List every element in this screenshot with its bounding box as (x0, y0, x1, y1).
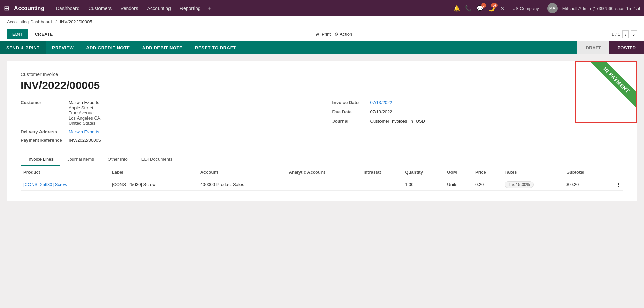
due-date-value: 07/13/2022 (370, 109, 393, 114)
tab-edi-documents[interactable]: EDI Documents (134, 153, 179, 166)
invoice-fields: Customer Marwin Exports Apple Street Tru… (21, 100, 623, 146)
phone-icon[interactable]: 📞 (465, 5, 472, 12)
delivery-address-row: Delivery Address Marwin Exports (21, 129, 312, 134)
moon-badge: 34 (491, 3, 497, 8)
left-fields: Customer Marwin Exports Apple Street Tru… (21, 100, 312, 146)
journal-label: Journal (332, 119, 370, 124)
row-taxes: Tax 15.00% (502, 178, 564, 191)
tax-badge: Tax 15.00% (505, 181, 534, 188)
pager-text: 1 / 1 (611, 32, 620, 37)
row-analytic-account (286, 178, 361, 191)
breadcrumb: Accounting Dashboard / INV/2022/00005 (0, 16, 644, 27)
nav-dashboard[interactable]: Dashboard (52, 4, 83, 12)
payment-reference-value: INV/2022/00005 (69, 138, 101, 143)
customer-name[interactable]: Marwin Exports (69, 100, 99, 105)
add-credit-note-button[interactable]: ADD CREDIT NOTE (80, 41, 136, 54)
address-line-2: True Avenue (69, 110, 101, 115)
add-debit-note-button[interactable]: ADD DEBIT NOTE (136, 41, 189, 54)
user-initials: MA (549, 6, 555, 11)
col-uom: UoM (444, 166, 472, 178)
pager-next[interactable]: › (631, 30, 637, 38)
main-content: IN PAYMENT Customer Invoice INV/2022/000… (0, 54, 644, 226)
breadcrumb-parent[interactable]: Accounting Dashboard (7, 19, 52, 24)
row-product[interactable]: [CONS_25630] Screw (21, 178, 109, 191)
delivery-address-value[interactable]: Marwin Exports (69, 129, 99, 134)
toolbar: EDIT CREATE 🖨 Print ⚙ Action 1 / 1 ‹ › (0, 27, 644, 41)
company-name: US Company (513, 6, 539, 11)
status-draft[interactable]: DRAFT (577, 41, 609, 54)
status-pills: DRAFT POSTED (577, 41, 644, 54)
col-menu-header (606, 166, 623, 178)
due-date-label: Due Date (332, 109, 370, 114)
action-bar: SEND & PRINT PREVIEW ADD CREDIT NOTE ADD… (0, 41, 644, 54)
nav-customers[interactable]: Customers (85, 4, 115, 12)
nav-accounting[interactable]: Accounting (144, 4, 174, 12)
invoice-card: IN PAYMENT Customer Invoice INV/2022/000… (7, 61, 637, 201)
send-print-button[interactable]: SEND & PRINT (0, 41, 46, 54)
address-line-3: Los Angeles CA (69, 115, 101, 121)
moon-icon[interactable]: 🌙34 (488, 5, 495, 12)
create-button[interactable]: CREATE (32, 29, 56, 39)
tab-invoice-lines[interactable]: Invoice Lines (21, 153, 60, 166)
invoice-date-value[interactable]: 07/13/2022 (370, 100, 393, 105)
close-icon[interactable]: ✕ (500, 5, 504, 12)
address-line-1: Apple Street (69, 105, 101, 110)
reset-to-draft-button[interactable]: RESET TO DRAFT (189, 41, 242, 54)
status-posted[interactable]: POSTED (609, 41, 644, 54)
pager-prev[interactable]: ‹ (622, 30, 629, 38)
table-header-row: Product Label Account Analytic Account I… (21, 166, 623, 178)
edit-button[interactable]: EDIT (7, 29, 28, 39)
action-button[interactable]: ⚙ Action (334, 32, 352, 37)
user-name: Mitchell Admin (17397560-saas-15-2-al (562, 6, 640, 11)
print-button[interactable]: 🖨 Print (316, 32, 331, 37)
tab-other-info[interactable]: Other Info (101, 153, 134, 166)
row-menu-button[interactable]: ⋮ (606, 178, 623, 191)
chat-icon[interactable]: 💬3 (477, 5, 483, 12)
row-label: [CONS_25630] Screw (109, 178, 198, 191)
ribbon-container: IN PAYMENT (575, 61, 637, 123)
row-price: 0.20 (472, 178, 502, 191)
journal-in: in (410, 119, 413, 124)
customer-value: Marwin Exports Apple Street True Avenue … (69, 100, 101, 126)
row-uom: Units (444, 178, 472, 191)
address-line-4: United States (69, 121, 101, 126)
delivery-address-label: Delivery Address (21, 129, 69, 134)
invoice-type: Customer Invoice (21, 72, 623, 77)
journal-name[interactable]: Customer Invoices (370, 119, 407, 124)
col-product: Product (21, 166, 109, 178)
breadcrumb-separator: / (55, 19, 57, 24)
top-nav-icons: 🔔 📞 💬3 🌙34 ✕ US Company MA Mitchell Admi… (453, 3, 640, 13)
chat-badge: 3 (481, 3, 486, 8)
print-label: Print (321, 32, 331, 37)
user-avatar[interactable]: MA (547, 3, 558, 13)
nav-plus-button[interactable]: + (206, 3, 213, 13)
app-grid-icon[interactable]: ⊞ (4, 4, 9, 12)
table-row: [CONS_25630] Screw [CONS_25630] Screw 40… (21, 178, 623, 191)
customer-field-row: Customer Marwin Exports Apple Street Tru… (21, 100, 312, 126)
col-label: Label (109, 166, 198, 178)
app-name: Accounting (14, 5, 44, 11)
col-quantity: Quantity (402, 166, 444, 178)
print-icon: 🖨 (316, 32, 320, 37)
bell-icon[interactable]: 🔔 (453, 5, 460, 12)
row-subtotal: $ 0.20 (564, 178, 606, 191)
invoice-date-label: Invoice Date (332, 100, 370, 105)
customer-label: Customer (21, 100, 69, 105)
top-navigation: ⊞ Accounting Dashboard Customers Vendors… (0, 0, 644, 16)
journal-value: Customer Invoices in USD (370, 119, 425, 124)
journal-currency[interactable]: USD (416, 119, 425, 124)
invoice-number: INV/2022/00005 (21, 79, 623, 92)
action-icon: ⚙ (334, 32, 338, 37)
row-quantity: 1.00 (402, 178, 444, 191)
preview-button[interactable]: PREVIEW (46, 41, 80, 54)
nav-vendors[interactable]: Vendors (117, 4, 141, 12)
tab-journal-items[interactable]: Journal Items (60, 153, 101, 166)
payment-reference-label: Payment Reference (21, 138, 69, 143)
nav-reporting[interactable]: Reporting (176, 4, 204, 12)
col-analytic-account: Analytic Account (286, 166, 361, 178)
row-account: 400000 Product Sales (198, 178, 286, 191)
payment-reference-row: Payment Reference INV/2022/00005 (21, 138, 312, 143)
row-intrastat (361, 178, 402, 191)
tabs: Invoice Lines Journal Items Other Info E… (21, 153, 623, 166)
col-subtotal: Subtotal (564, 166, 606, 178)
